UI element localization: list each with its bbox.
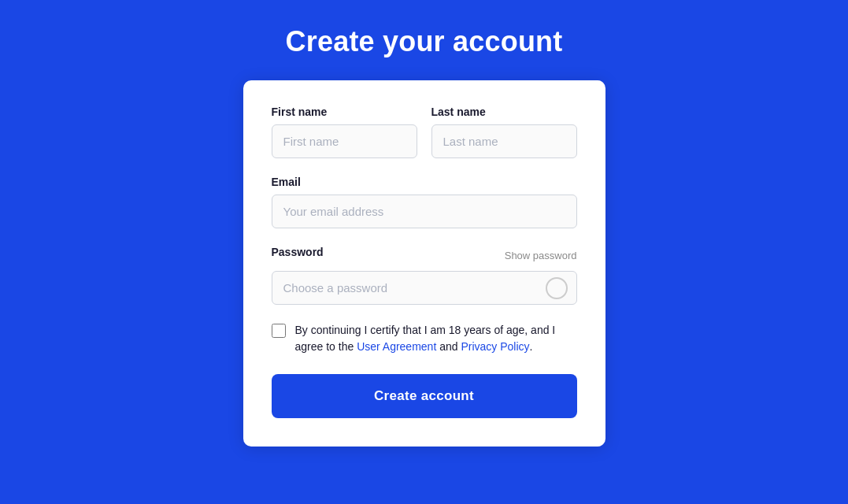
email-input[interactable]: [272, 195, 577, 228]
first-name-input[interactable]: [272, 124, 417, 158]
password-group: Password Show password: [272, 246, 577, 305]
last-name-label: Last name: [431, 106, 577, 118]
create-account-button[interactable]: Create account: [272, 374, 577, 418]
email-group: Email: [272, 176, 577, 228]
terms-checkbox[interactable]: [272, 324, 286, 338]
first-name-group: First name: [272, 106, 417, 158]
password-row: Password Show password: [272, 246, 577, 265]
privacy-policy-link[interactable]: Privacy Policy: [461, 340, 529, 353]
terms-label: By continuing I certify that I am 18 yea…: [295, 322, 577, 355]
show-password-toggle[interactable]: Show password: [505, 250, 577, 261]
email-label: Email: [272, 176, 577, 188]
name-row: First name Last name: [272, 106, 577, 158]
password-input-wrapper: [272, 271, 577, 305]
password-visibility-icon[interactable]: [546, 277, 568, 299]
last-name-input[interactable]: [431, 124, 577, 158]
first-name-label: First name: [272, 106, 417, 118]
signup-card: First name Last name Email Password Show…: [243, 80, 605, 447]
page-title: Create your account: [286, 25, 563, 58]
last-name-group: Last name: [431, 106, 577, 158]
user-agreement-link[interactable]: User Agreement: [357, 340, 436, 353]
password-label: Password: [272, 246, 324, 258]
password-input[interactable]: [272, 271, 577, 305]
terms-row: By continuing I certify that I am 18 yea…: [272, 322, 577, 355]
